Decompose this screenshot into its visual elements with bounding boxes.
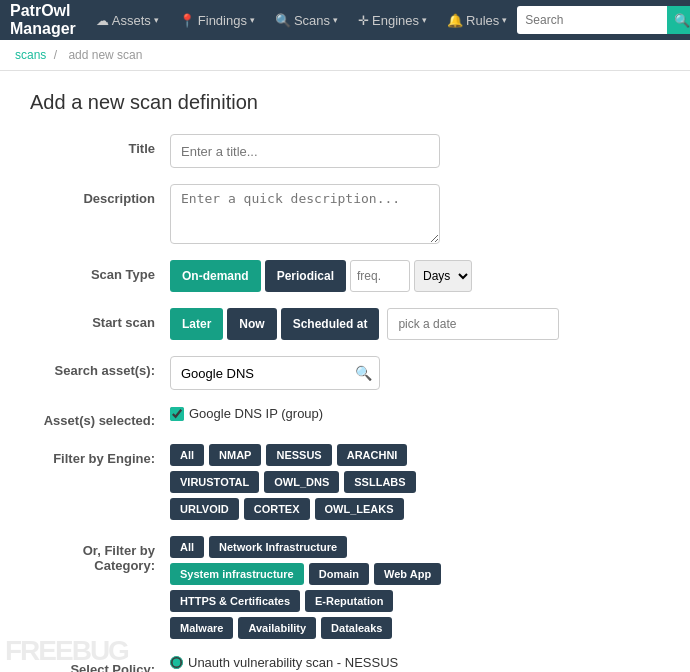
search-asset-icon[interactable]: 🔍 xyxy=(355,365,372,381)
later-button[interactable]: Later xyxy=(170,308,223,340)
periodical-button[interactable]: Periodical xyxy=(265,260,346,292)
breadcrumb-current: add new scan xyxy=(68,48,142,62)
policy-row: Unauth vulnerability scan - NESSUS xyxy=(170,655,398,670)
filter-category-label: Or, Filter by Category: xyxy=(30,536,170,573)
title-row: Title xyxy=(30,134,660,168)
description-row: Description xyxy=(30,184,660,244)
scan-type-area: On-demand Periodical Days xyxy=(170,260,472,292)
engine-tag[interactable]: NMAP xyxy=(209,444,261,466)
engine-tag[interactable]: OWL_DNS xyxy=(264,471,339,493)
engine-tag[interactable]: OWL_LEAKS xyxy=(315,498,404,520)
navbar: PatrOwl Manager ☁ Assets ▾ 📍 Findings ▾ … xyxy=(0,0,690,40)
breadcrumb-parent[interactable]: scans xyxy=(15,48,46,62)
search-assets-row: Search asset(s): 🔍 xyxy=(30,356,660,390)
search-area: 🔍 xyxy=(517,6,690,34)
start-scan-row: Start scan Later Now Scheduled at xyxy=(30,308,660,340)
engine-tag[interactable]: CORTEX xyxy=(244,498,310,520)
filter-engine-row: Filter by Engine: AllNMAPNESSUSARACHNIVI… xyxy=(30,444,660,520)
title-input[interactable] xyxy=(170,134,440,168)
page-title: Add a new scan definition xyxy=(30,91,660,114)
category-tag[interactable]: Web App xyxy=(374,563,441,585)
engine-tag[interactable]: SSLLABS xyxy=(344,471,415,493)
description-input[interactable] xyxy=(170,184,440,244)
assets-icon: ☁ xyxy=(96,13,109,28)
days-select[interactable]: Days xyxy=(414,260,472,292)
engine-tags-area: AllNMAPNESSUSARACHNIVIRUSTOTALOWL_DNSSSL… xyxy=(170,444,450,520)
engine-tag[interactable]: VIRUSTOTAL xyxy=(170,471,259,493)
search-assets-label: Search asset(s): xyxy=(30,356,170,378)
category-tag[interactable]: E-Reputation xyxy=(305,590,393,612)
now-button[interactable]: Now xyxy=(227,308,276,340)
category-tag[interactable]: Network Infrastructure xyxy=(209,536,347,558)
engines-caret-icon: ▾ xyxy=(422,15,427,25)
on-demand-button[interactable]: On-demand xyxy=(170,260,261,292)
category-tag[interactable]: Malware xyxy=(170,617,233,639)
search-button[interactable]: 🔍 xyxy=(667,6,690,34)
scan-type-label: Scan Type xyxy=(30,260,170,282)
freq-input[interactable] xyxy=(350,260,410,292)
engine-tag[interactable]: URLVOID xyxy=(170,498,239,520)
category-tags-area: AllNetwork InfrastructureSystem infrastr… xyxy=(170,536,450,639)
nav-rules[interactable]: 🔔 Rules ▾ xyxy=(437,0,517,40)
engine-tag[interactable]: ARACHNI xyxy=(337,444,408,466)
nav-engines[interactable]: ✛ Engines ▾ xyxy=(348,0,437,40)
findings-caret-icon: ▾ xyxy=(250,15,255,25)
rules-icon: 🔔 xyxy=(447,13,463,28)
engines-icon: ✛ xyxy=(358,13,369,28)
category-tag[interactable]: Domain xyxy=(309,563,369,585)
asset-checkbox-label: Google DNS IP (group) xyxy=(170,406,323,421)
search-input[interactable] xyxy=(517,6,667,34)
breadcrumb: scans / add new scan xyxy=(0,40,690,71)
assets-selected-label: Asset(s) selected: xyxy=(30,406,170,428)
scans-caret-icon: ▾ xyxy=(333,15,338,25)
scans-icon: 🔍 xyxy=(275,13,291,28)
title-label: Title xyxy=(30,134,170,156)
nav-assets[interactable]: ☁ Assets ▾ xyxy=(86,0,169,40)
search-asset-wrap: 🔍 xyxy=(170,356,380,390)
filter-category-row: Or, Filter by Category: AllNetwork Infra… xyxy=(30,536,660,639)
brand: PatrOwl Manager xyxy=(10,2,76,38)
asset-name: Google DNS IP (group) xyxy=(189,406,323,421)
nav-findings[interactable]: 📍 Findings ▾ xyxy=(169,0,265,40)
findings-icon: 📍 xyxy=(179,13,195,28)
category-tag[interactable]: Availability xyxy=(238,617,316,639)
nav-scans[interactable]: 🔍 Scans ▾ xyxy=(265,0,348,40)
breadcrumb-separator: / xyxy=(54,48,57,62)
search-asset-input[interactable] xyxy=(170,356,380,390)
engine-tag[interactable]: All xyxy=(170,444,204,466)
watermark: FREEBUG xyxy=(0,630,133,672)
category-tag[interactable]: Dataleaks xyxy=(321,617,392,639)
assets-selected-row: Asset(s) selected: Google DNS IP (group) xyxy=(30,406,660,428)
engine-tag[interactable]: NESSUS xyxy=(266,444,331,466)
page-content: Add a new scan definition Title Descript… xyxy=(0,71,690,672)
pick-date-input[interactable] xyxy=(387,308,559,340)
description-label: Description xyxy=(30,184,170,206)
filter-engine-label: Filter by Engine: xyxy=(30,444,170,466)
policy-radio[interactable] xyxy=(170,656,183,669)
start-scan-label: Start scan xyxy=(30,308,170,330)
scan-type-row: Scan Type On-demand Periodical Days xyxy=(30,260,660,292)
scheduled-at-button[interactable]: Scheduled at xyxy=(281,308,380,340)
assets-caret-icon: ▾ xyxy=(154,15,159,25)
rules-caret-icon: ▾ xyxy=(502,15,507,25)
asset-checkbox[interactable] xyxy=(170,407,184,421)
start-scan-area: Later Now Scheduled at xyxy=(170,308,559,340)
category-tag[interactable]: All xyxy=(170,536,204,558)
policy-value: Unauth vulnerability scan - NESSUS xyxy=(188,655,398,670)
category-tag[interactable]: System infrastructure xyxy=(170,563,304,585)
category-tag[interactable]: HTTPS & Certificates xyxy=(170,590,300,612)
